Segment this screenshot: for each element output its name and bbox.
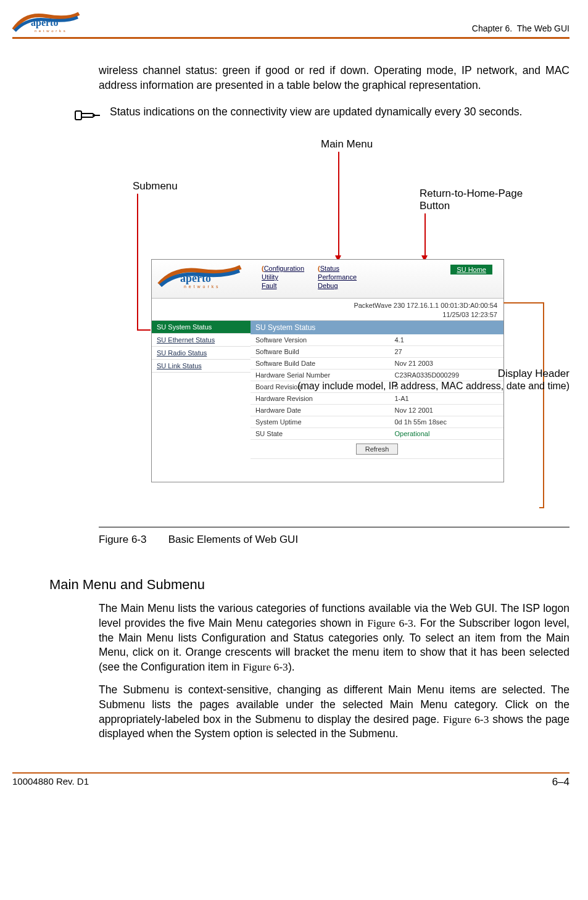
logo: aperto n e t w o r k s [12, 11, 80, 33]
doc-id: 10004880 Rev. D1 [12, 776, 89, 788]
refresh-button[interactable]: Refresh [356, 444, 399, 455]
figure-caption: Figure 6-3 Basic Elements of Web GUI [99, 534, 569, 546]
ss-main-menu: (Configuration Utility Fault (Status Per… [262, 265, 357, 289]
ss-topbar: aperto n e t w o r k s (Configuration Ut… [152, 260, 503, 299]
section-heading: Main Menu and Submenu [49, 577, 569, 593]
row-value: 27 [390, 345, 504, 357]
display-header-l1: Display Header [498, 368, 569, 379]
display-header-l2: (may include model, IP address, MAC addr… [297, 381, 569, 391]
dh-line-bot [539, 507, 544, 508]
arrow-submenu-h [137, 329, 151, 331]
page-header: aperto n e t w o r k s Chapter 6. The We… [12, 11, 569, 33]
table-row: Software Build27 [251, 345, 503, 357]
figure-number: Figure 6-3 [99, 534, 165, 546]
menu-debug[interactable]: Debug [318, 282, 357, 289]
svg-text:aperto: aperto [31, 17, 58, 28]
chapter-label: Chapter 6. The Web GUI [472, 23, 569, 33]
menu-status[interactable]: (Status [318, 265, 357, 272]
row-value: Nov 12 2001 [390, 404, 504, 416]
su-home-button[interactable]: SU Home [450, 265, 492, 275]
infobar-line1: PacketWave 230 172.16.1.1 00:01:3D:A0:00… [152, 301, 497, 310]
submenu-link-status[interactable]: SU Link Status [152, 360, 251, 373]
callout-return-home-l2: Button [420, 200, 450, 212]
row-label: Software Build [251, 345, 390, 357]
pointing-hand-icon [74, 106, 102, 127]
callout-return-home-l1: Return-to-Home-Page [420, 188, 523, 199]
svg-rect-2 [75, 111, 81, 120]
header-rule [12, 37, 569, 39]
table-row: SU StateOperational [251, 427, 503, 439]
body-paragraph-2: The Main Menu lists the various categori… [99, 601, 569, 741]
callout-main-menu: Main Menu [321, 138, 373, 151]
svg-text:n e t w o r k s: n e t w o r k s [184, 284, 219, 289]
arrow-main-menu [338, 152, 339, 257]
menu-configuration[interactable]: (Configuration [262, 265, 304, 272]
panel-title: SU System Status [251, 321, 503, 334]
figure-title: Basic Elements of Web GUI [168, 534, 298, 545]
submenu-ethernet-status[interactable]: SU Ethernet Status [152, 334, 251, 347]
note-text: Status indications on the connectivity v… [110, 105, 522, 120]
callout-display-header: Display Header (may include model, IP ad… [297, 368, 569, 392]
figure-rule [99, 527, 569, 527]
menu-utility[interactable]: Utility [262, 273, 304, 281]
svg-text:n e t w o r k s: n e t w o r k s [35, 29, 66, 33]
body-paragraph-1: wireless channel status: green if good o… [99, 64, 569, 93]
chapter-title: The Web GUI [517, 23, 569, 33]
table-row: Hardware DateNov 12 2001 [251, 404, 503, 416]
ss-display-header: PacketWave 230 172.16.1.1 00:01:3D:A0:00… [152, 299, 503, 321]
callout-return-home: Return-to-Home-Page Button [420, 188, 523, 212]
page-number: 6–4 [552, 776, 569, 788]
callout-submenu: Submenu [133, 180, 178, 192]
arrow-submenu-v [137, 194, 138, 329]
aperto-logo-icon: aperto n e t w o r k s [12, 11, 80, 33]
status-table: Software Version4.1Software Build27Softw… [251, 334, 503, 459]
row-label: Hardware Revision [251, 392, 390, 404]
footer-rule [12, 772, 569, 774]
figref-3: Figure 6-3 [443, 713, 489, 725]
ss-logo: aperto n e t w o r k s [152, 260, 255, 292]
svg-text:aperto: aperto [180, 272, 211, 284]
submenu-system-status[interactable]: SU System Status [152, 321, 251, 334]
para2-part-c: ). [288, 661, 295, 673]
dh-line-vert [543, 302, 544, 508]
page-footer: 10004880 Rev. D1 6–4 [12, 776, 569, 792]
figref-2: Figure 6-3 [242, 661, 288, 673]
row-label: Software Version [251, 334, 390, 346]
table-row: System Uptime0d 1h 55m 18sec [251, 416, 503, 427]
table-row: Software Version4.1 [251, 334, 503, 346]
figure-diagram: Main Menu Submenu Return-to-Home-Page Bu… [12, 138, 569, 502]
row-label: System Uptime [251, 416, 390, 427]
chapter-prefix: Chapter 6. [472, 23, 512, 33]
arrow-return-home [424, 213, 426, 257]
row-value: 1-A1 [390, 392, 504, 404]
para-1-text: wireless channel status: green if good o… [99, 64, 569, 93]
row-label: SU State [251, 427, 390, 439]
menu-performance[interactable]: Performance [318, 273, 357, 281]
note-block: Status indications on the connectivity v… [74, 105, 569, 127]
submenu-radio-status[interactable]: SU Radio Status [152, 347, 251, 360]
ss-submenu: SU System Status SU Ethernet Status SU R… [152, 321, 251, 459]
row-value: Operational [390, 427, 504, 439]
infobar-line2: 11/25/03 12:23:57 [152, 310, 497, 319]
figref-1: Figure 6-3 [367, 617, 413, 629]
row-value: 0d 1h 55m 18sec [390, 416, 504, 427]
dh-line-top [503, 302, 544, 303]
row-value: 4.1 [390, 334, 504, 346]
menu-fault[interactable]: Fault [262, 282, 304, 289]
table-row: Hardware Revision1-A1 [251, 392, 503, 404]
row-label: Hardware Date [251, 404, 390, 416]
